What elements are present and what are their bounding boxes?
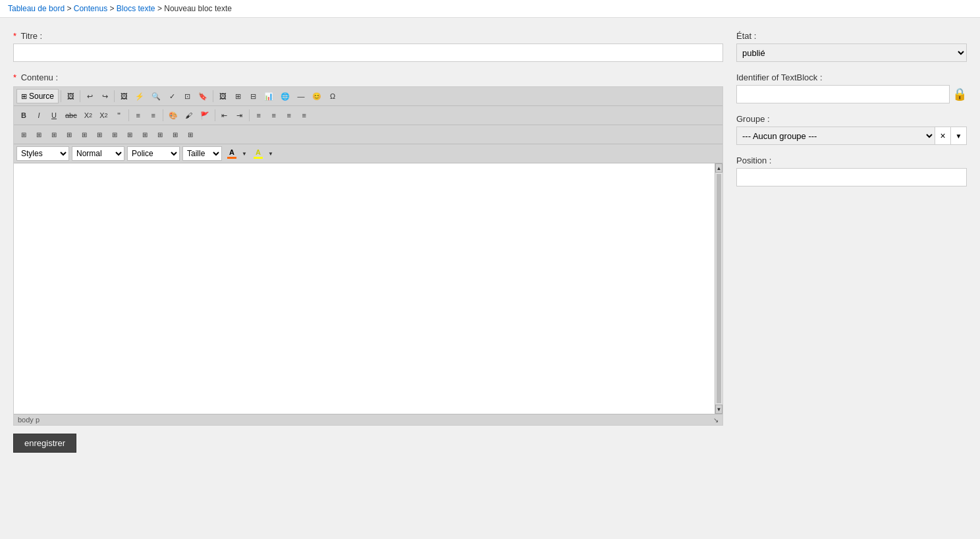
resize-handle[interactable]: ↘ <box>713 416 719 424</box>
table-tool-7[interactable]: ⊞ <box>107 127 122 142</box>
content-field-group: * Contenu : ⊞ Source 🖼 ↩ ↪ 🖼 <box>13 72 723 426</box>
etat-label: État : <box>736 31 967 41</box>
undo-button[interactable]: ↩ <box>82 89 97 103</box>
insert-img-button[interactable]: 🖼 <box>215 89 230 103</box>
editor-wrapper: ⊞ Source 🖼 ↩ ↪ 🖼 ⚡ 🔍 ✓ ⊡ 🔖 🖼 <box>13 86 723 426</box>
superscript-button[interactable]: X2 <box>96 108 111 123</box>
align-center-button[interactable]: ≡ <box>267 108 281 123</box>
toolbar-row-1: ⊞ Source 🖼 ↩ ↪ 🖼 ⚡ 🔍 ✓ ⊡ 🔖 🖼 <box>14 87 722 106</box>
bg-color-bar <box>254 157 263 159</box>
insert-table-button[interactable]: ⊞ <box>231 89 245 103</box>
editor-statusbar: body p ↘ <box>14 414 722 425</box>
editor-container: ▲ ▼ <box>14 163 722 414</box>
table-tool-5[interactable]: ⊞ <box>77 127 92 142</box>
table-tool-4[interactable]: ⊞ <box>62 127 76 142</box>
table-tool-1[interactable]: ⊞ <box>16 127 31 142</box>
table-tool-11[interactable]: ⊞ <box>168 127 182 142</box>
table-tool-8[interactable]: ⊞ <box>122 127 137 142</box>
position-input[interactable] <box>736 168 967 186</box>
italic-button[interactable]: I <box>32 108 46 123</box>
lock-icon[interactable]: 🔒 <box>952 87 967 101</box>
etat-select[interactable]: publiébrouillonarchivé <box>736 43 967 62</box>
identifier-field-group: Identifier of TextBlock : 🔒 <box>736 72 967 103</box>
insert-row-button[interactable]: ⊟ <box>246 89 260 103</box>
spell-check-button[interactable]: ✓ <box>165 89 179 103</box>
scrollbar[interactable]: ▲ ▼ <box>715 163 722 414</box>
blockquote-button[interactable]: " <box>112 108 126 123</box>
bg-color-button[interactable]: 🖌 <box>182 108 196 123</box>
styles-select[interactable]: Styles <box>16 146 69 161</box>
scroll-thumb[interactable] <box>717 174 721 403</box>
bold-button[interactable]: B <box>16 108 31 123</box>
groupe-dropdown-button[interactable]: ▼ <box>951 127 967 145</box>
unordered-list-button[interactable]: ≡ <box>146 108 161 123</box>
bookmark-button[interactable]: 🔖 <box>195 89 211 103</box>
editor-scroll-area <box>14 163 715 414</box>
redo-button[interactable]: ↪ <box>97 89 112 103</box>
toolbar-row-2: B I U abc X2 X2 " ≡ ≡ 🎨 🖌 🚩 ⇤ ⇥ <box>14 106 722 125</box>
insert-chart-button[interactable]: 📊 <box>261 89 277 103</box>
table-tool-12[interactable]: ⊞ <box>183 127 198 142</box>
status-path: body p <box>18 416 40 424</box>
justify-button[interactable]: ≡ <box>297 108 312 123</box>
scroll-down-arrow[interactable]: ▼ <box>715 405 722 414</box>
text-color-highlight-button[interactable]: 🎨 <box>165 108 181 123</box>
align-left-button[interactable]: ≡ <box>252 108 266 123</box>
breadcrumb-sep-1: > <box>67 4 73 13</box>
outdent-button[interactable]: ⇤ <box>217 108 232 123</box>
editor-content[interactable] <box>14 163 715 414</box>
font-color-dropdown[interactable]: ▼ <box>240 146 248 161</box>
table-tool-10[interactable]: ⊞ <box>153 127 167 142</box>
toolbar-sep-8 <box>249 109 250 121</box>
identifier-input[interactable] <box>736 85 950 103</box>
toolbar-sep-2 <box>80 90 80 102</box>
groupe-clear-button[interactable]: × <box>935 127 951 145</box>
table-tool-3[interactable]: ⊞ <box>47 127 61 142</box>
title-label: Titre : <box>20 31 42 41</box>
bg-color-dropdown[interactable]: ▼ <box>267 146 275 161</box>
breadcrumb-link-contenus[interactable]: Contenus <box>74 4 107 13</box>
underline-button[interactable]: U <box>47 108 61 123</box>
bg-highlight-button[interactable]: A <box>251 146 265 161</box>
table-tool-9[interactable]: ⊞ <box>138 127 152 142</box>
font-color-button[interactable]: A <box>225 146 239 161</box>
search-replace-button[interactable]: 🔍 <box>148 89 164 103</box>
ordered-list-button[interactable]: ≡ <box>131 108 146 123</box>
toolbar-sep-6 <box>163 109 163 121</box>
insert-link-button[interactable]: 🌐 <box>277 89 293 103</box>
source-button[interactable]: ⊞ Source <box>16 89 59 103</box>
strikethrough-button[interactable]: abc <box>62 108 80 123</box>
save-button[interactable]: enregistrer <box>13 434 76 453</box>
scroll-up-arrow[interactable]: ▲ <box>715 163 722 173</box>
flag-button[interactable]: 🚩 <box>197 108 213 123</box>
align-right-button[interactable]: ≡ <box>282 108 296 123</box>
toolbar-row-3: ⊞ ⊞ ⊞ ⊞ ⊞ ⊞ ⊞ ⊞ ⊞ ⊞ ⊞ ⊞ <box>14 125 722 144</box>
indent-button[interactable]: ⇥ <box>232 108 247 123</box>
font-color-bar <box>227 157 236 159</box>
breadcrumb-sep-3: > <box>157 4 164 13</box>
format-select[interactable]: Normal <box>72 146 124 161</box>
image-button[interactable]: 🖼 <box>117 89 131 103</box>
insert-smiley-button[interactable]: 😊 <box>309 89 325 103</box>
size-select[interactable]: Taille <box>182 146 222 161</box>
content-required-marker: * <box>13 72 16 82</box>
breadcrumb-sep-2: > <box>109 4 116 13</box>
table-tool-2[interactable]: ⊞ <box>32 127 46 142</box>
insert-hr-button[interactable]: — <box>294 89 308 103</box>
title-input[interactable] <box>13 43 723 62</box>
table-tool-6[interactable]: ⊞ <box>92 127 107 142</box>
flash-button[interactable]: ⚡ <box>132 89 148 103</box>
subscript-button[interactable]: X2 <box>81 108 95 123</box>
source-icon: ⊞ <box>21 92 27 101</box>
identifier-row: 🔒 <box>736 85 967 103</box>
font-select[interactable]: Police <box>127 146 180 161</box>
breadcrumb-link-tableau[interactable]: Tableau de bord <box>8 4 65 13</box>
insert-special-button[interactable]: Ω <box>325 89 340 103</box>
identifier-label: Identifier of TextBlock : <box>736 72 967 82</box>
breadcrumb: Tableau de bord > Contenus > Blocs texte… <box>0 0 980 18</box>
templates-button[interactable]: 🖼 <box>63 89 78 103</box>
groupe-select[interactable]: --- Aucun groupe --- <box>736 127 935 145</box>
etat-field-group: État : publiébrouillonarchivé <box>736 31 967 62</box>
breadcrumb-link-blocs[interactable]: Blocs texte <box>117 4 155 13</box>
select-all-button[interactable]: ⊡ <box>180 89 194 103</box>
